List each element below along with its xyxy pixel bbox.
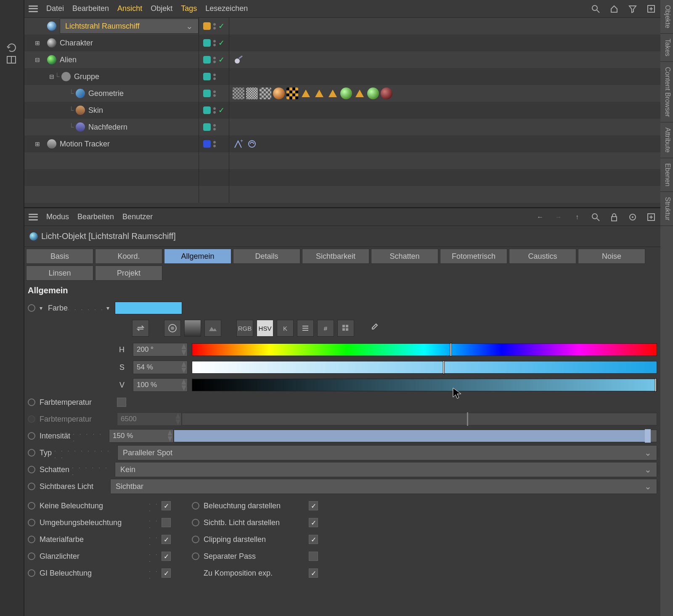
render-check-icon[interactable]: ✓ — [218, 55, 225, 64]
select-type[interactable]: Paralleler Spot — [117, 445, 657, 460]
tool-flip[interactable] — [132, 320, 149, 337]
tool-hsv[interactable]: HSV — [257, 320, 273, 337]
visibility-dots[interactable] — [213, 90, 216, 97]
visibility-dots[interactable] — [213, 40, 216, 46]
input-hue[interactable] — [133, 343, 188, 356]
tag-column[interactable] — [229, 35, 660, 51]
menu-bearbeiten[interactable]: Bearbeiten — [77, 212, 114, 221]
disclose-farbe[interactable]: ▾ — [40, 305, 46, 311]
search-icon[interactable] — [591, 4, 601, 14]
tab-linsen[interactable]: Linsen — [26, 266, 93, 281]
checkbox-left[interactable] — [162, 568, 171, 578]
param-dot[interactable] — [28, 432, 35, 440]
layer-color-chip[interactable] — [203, 123, 211, 131]
param-dot[interactable] — [28, 304, 35, 312]
param-dot[interactable] — [28, 483, 35, 490]
param-dot[interactable] — [28, 552, 35, 560]
target-icon[interactable] — [628, 212, 638, 222]
checkbox-right[interactable] — [309, 501, 318, 510]
input-val[interactable] — [133, 378, 188, 392]
tab-basis[interactable]: Basis — [26, 249, 93, 264]
home-icon[interactable] — [609, 4, 619, 14]
side-tab-ebenen[interactable]: Ebenen — [660, 158, 673, 192]
tree-row[interactable]: ⊞Charakter✓ — [24, 35, 660, 51]
select-shadow[interactable]: Kein — [115, 462, 657, 477]
tab-details[interactable]: Details — [233, 249, 300, 264]
layer-color-chip[interactable] — [203, 22, 211, 30]
tag-column[interactable] — [229, 102, 660, 119]
param-dot[interactable] — [28, 398, 35, 406]
slider-sat[interactable] — [192, 361, 657, 374]
param-dot[interactable] — [192, 502, 199, 510]
tool-sliders[interactable] — [297, 320, 314, 337]
visibility-dots[interactable] — [213, 57, 216, 63]
tree-row[interactable]: Lichtstrahl Raumschiff✓ — [24, 18, 660, 35]
layer-color-chip[interactable] — [203, 90, 211, 97]
side-tab-contentbrowser[interactable]: Content Browser — [660, 62, 673, 122]
tree-row[interactable]: └Skin✓ — [24, 102, 660, 119]
checkbox-right[interactable] — [309, 552, 318, 561]
tag-column[interactable] — [229, 68, 660, 85]
object-tree[interactable]: Lichtstrahl Raumschiff✓⊞Charakter✓⊟Alien… — [24, 18, 660, 207]
render-check-icon[interactable]: ✓ — [218, 38, 225, 48]
param-dot[interactable] — [192, 536, 199, 543]
tab-sichtbarkeit[interactable]: Sichtbarkeit — [302, 249, 369, 264]
checkbox-left[interactable] — [162, 552, 171, 561]
expander-icon[interactable]: ⊞ — [34, 40, 40, 46]
tree-row[interactable]: ⊟Alien✓ — [24, 51, 660, 68]
expander-icon[interactable]: ⊞ — [34, 141, 40, 147]
tree-row[interactable]: ⊞Motion Tracker+ — [24, 135, 660, 152]
panel-icon[interactable] — [6, 55, 17, 66]
filter-icon[interactable] — [628, 4, 638, 14]
tag-column[interactable] — [229, 119, 660, 135]
layer-color-chip[interactable] — [203, 39, 211, 47]
slider-intensity[interactable] — [174, 430, 657, 442]
slider-hue[interactable] — [192, 343, 657, 356]
tab-noise[interactable]: Noise — [578, 249, 645, 264]
param-dot[interactable] — [28, 519, 35, 526]
menu-lesezeichen[interactable]: Lesezeichen — [205, 4, 248, 13]
menu-bearbeiten[interactable]: Bearbeiten — [72, 4, 109, 13]
visibility-dots[interactable] — [213, 23, 216, 29]
color-swatch[interactable] — [115, 302, 182, 314]
lock-icon[interactable] — [609, 212, 619, 222]
param-dot[interactable] — [28, 569, 35, 577]
up-icon[interactable]: ↑ — [572, 212, 582, 222]
new-window-icon[interactable] — [646, 4, 656, 14]
menu-objekt[interactable]: Objekt — [151, 4, 172, 13]
tag-column[interactable] — [229, 18, 660, 35]
menu-benutzer[interactable]: Benutzer — [122, 212, 153, 221]
layer-chips[interactable] — [199, 85, 229, 102]
tag-column[interactable] — [229, 51, 660, 68]
layer-color-chip[interactable] — [203, 106, 211, 114]
tree-row[interactable]: ⊟└Gruppe — [24, 68, 660, 85]
checkbox-right[interactable] — [309, 518, 318, 527]
layer-chips[interactable]: ✓ — [199, 18, 229, 35]
tool-rgb[interactable]: RGB — [236, 320, 253, 337]
layer-color-chip[interactable] — [203, 73, 211, 80]
menu-tags[interactable]: Tags — [181, 4, 197, 13]
expander-icon[interactable]: ⊟ — [34, 56, 40, 63]
tool-hex[interactable]: # — [317, 320, 334, 337]
visibility-dots[interactable] — [213, 124, 216, 130]
tag-column[interactable]: + — [229, 135, 660, 152]
checkbox-right[interactable] — [309, 535, 318, 544]
tab-koord[interactable]: Koord. — [95, 249, 162, 264]
layer-chips[interactable]: ✓ — [199, 102, 229, 119]
tool-wheel[interactable] — [164, 320, 181, 337]
tree-row[interactable]: └Geometrie — [24, 85, 660, 102]
select-vislight[interactable]: Sichtbar — [110, 479, 657, 494]
preset-icon[interactable] — [646, 212, 656, 222]
param-dot[interactable] — [28, 502, 35, 510]
render-check-icon[interactable]: ✓ — [218, 106, 225, 115]
undo-icon[interactable] — [6, 42, 17, 53]
tool-grid[interactable] — [337, 320, 354, 337]
tool-grad[interactable] — [184, 320, 201, 337]
menu-ansicht[interactable]: Ansicht — [117, 4, 142, 13]
param-dot[interactable] — [28, 449, 35, 457]
search-icon[interactable] — [591, 212, 601, 222]
side-tab-struktur[interactable]: Struktur — [660, 192, 673, 226]
layer-chips[interactable]: ✓ — [199, 35, 229, 51]
param-dot[interactable] — [192, 519, 199, 526]
tab-fotometrisch[interactable]: Fotometrisch — [440, 249, 507, 264]
